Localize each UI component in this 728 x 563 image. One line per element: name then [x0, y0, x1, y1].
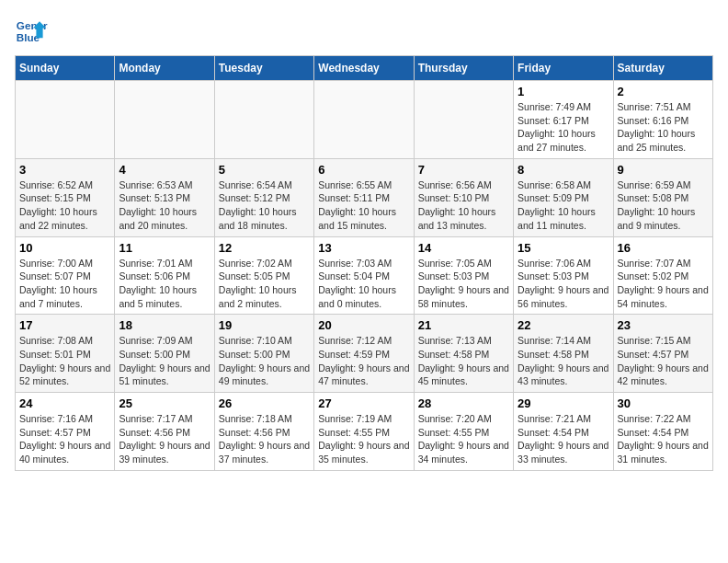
day-number: 22 [518, 318, 609, 332]
calendar-cell: 26Sunrise: 7:18 AM Sunset: 4:56 PM Dayli… [214, 393, 313, 471]
day-info: Sunrise: 7:15 AM Sunset: 4:57 PM Dayligh… [618, 334, 709, 388]
day-number: 8 [518, 163, 609, 177]
calendar-cell: 20Sunrise: 7:12 AM Sunset: 4:59 PM Dayli… [314, 315, 414, 393]
day-number: 17 [19, 318, 110, 332]
day-number: 23 [618, 318, 709, 332]
calendar-cell: 13Sunrise: 7:03 AM Sunset: 5:04 PM Dayli… [314, 236, 414, 315]
day-number: 2 [618, 85, 709, 98]
calendar-cell [414, 81, 513, 159]
day-number: 11 [119, 241, 210, 255]
header: General Blue [15, 15, 713, 48]
day-number: 21 [418, 318, 509, 332]
day-info: Sunrise: 7:51 AM Sunset: 6:16 PM Dayligh… [618, 100, 709, 155]
calendar-cell: 25Sunrise: 7:17 AM Sunset: 4:56 PM Dayli… [115, 393, 214, 471]
day-number: 4 [119, 163, 210, 177]
day-info: Sunrise: 7:18 AM Sunset: 4:56 PM Dayligh… [219, 412, 310, 466]
calendar-cell: 8Sunrise: 6:58 AM Sunset: 5:09 PM Daylig… [514, 158, 613, 236]
day-number: 25 [119, 396, 210, 410]
calendar-cell: 9Sunrise: 6:59 AM Sunset: 5:08 PM Daylig… [613, 158, 712, 236]
day-info: Sunrise: 7:01 AM Sunset: 5:06 PM Dayligh… [119, 257, 210, 311]
calendar-cell [214, 81, 313, 159]
calendar-cell: 30Sunrise: 7:22 AM Sunset: 4:54 PM Dayli… [613, 393, 712, 471]
calendar-cell: 1Sunrise: 7:49 AM Sunset: 6:17 PM Daylig… [514, 81, 613, 159]
day-info: Sunrise: 7:19 AM Sunset: 4:55 PM Dayligh… [318, 412, 409, 466]
day-info: Sunrise: 6:59 AM Sunset: 5:08 PM Dayligh… [618, 178, 709, 233]
calendar-week-4: 17Sunrise: 7:08 AM Sunset: 5:01 PM Dayli… [16, 315, 713, 393]
day-info: Sunrise: 7:16 AM Sunset: 4:57 PM Dayligh… [19, 412, 110, 466]
calendar-week-2: 3Sunrise: 6:52 AM Sunset: 5:15 PM Daylig… [16, 158, 713, 236]
calendar-header-tuesday: Tuesday [214, 56, 313, 81]
calendar: SundayMondayTuesdayWednesdayThursdayFrid… [15, 55, 713, 471]
day-info: Sunrise: 7:17 AM Sunset: 4:56 PM Dayligh… [119, 412, 210, 466]
calendar-cell: 17Sunrise: 7:08 AM Sunset: 5:01 PM Dayli… [16, 315, 115, 393]
calendar-cell: 22Sunrise: 7:14 AM Sunset: 4:58 PM Dayli… [514, 315, 613, 393]
calendar-cell: 6Sunrise: 6:55 AM Sunset: 5:11 PM Daylig… [314, 158, 414, 236]
calendar-cell: 27Sunrise: 7:19 AM Sunset: 4:55 PM Dayli… [314, 393, 414, 471]
day-number: 13 [318, 241, 409, 255]
calendar-cell: 21Sunrise: 7:13 AM Sunset: 4:58 PM Dayli… [414, 315, 513, 393]
day-number: 14 [418, 241, 509, 255]
calendar-header-monday: Monday [115, 56, 214, 81]
day-number: 19 [219, 318, 310, 332]
day-number: 5 [219, 163, 310, 177]
calendar-cell: 2Sunrise: 7:51 AM Sunset: 6:16 PM Daylig… [613, 81, 712, 159]
day-info: Sunrise: 7:03 AM Sunset: 5:04 PM Dayligh… [318, 257, 409, 311]
day-info: Sunrise: 7:12 AM Sunset: 4:59 PM Dayligh… [318, 334, 409, 388]
calendar-cell: 7Sunrise: 6:56 AM Sunset: 5:10 PM Daylig… [414, 158, 513, 236]
day-info: Sunrise: 7:00 AM Sunset: 5:07 PM Dayligh… [19, 257, 110, 311]
day-number: 16 [618, 241, 709, 255]
day-info: Sunrise: 7:20 AM Sunset: 4:55 PM Dayligh… [418, 412, 509, 466]
day-info: Sunrise: 7:22 AM Sunset: 4:54 PM Dayligh… [618, 412, 709, 466]
calendar-cell: 5Sunrise: 6:54 AM Sunset: 5:12 PM Daylig… [214, 158, 313, 236]
calendar-week-3: 10Sunrise: 7:00 AM Sunset: 5:07 PM Dayli… [16, 236, 713, 315]
calendar-cell [314, 81, 414, 159]
day-number: 18 [119, 318, 210, 332]
logo-icon: General Blue [15, 15, 48, 48]
day-number: 10 [19, 241, 110, 255]
logo: General Blue [15, 15, 48, 48]
calendar-cell [16, 81, 115, 159]
day-info: Sunrise: 7:05 AM Sunset: 5:03 PM Dayligh… [418, 257, 509, 311]
day-number: 3 [19, 163, 110, 177]
calendar-week-1: 1Sunrise: 7:49 AM Sunset: 6:17 PM Daylig… [16, 81, 713, 159]
calendar-cell: 16Sunrise: 7:07 AM Sunset: 5:02 PM Dayli… [613, 236, 712, 315]
calendar-cell: 15Sunrise: 7:06 AM Sunset: 5:03 PM Dayli… [514, 236, 613, 315]
day-number: 20 [318, 318, 409, 332]
day-info: Sunrise: 7:21 AM Sunset: 4:54 PM Dayligh… [518, 412, 609, 466]
day-info: Sunrise: 7:49 AM Sunset: 6:17 PM Dayligh… [518, 100, 609, 155]
day-info: Sunrise: 7:07 AM Sunset: 5:02 PM Dayligh… [618, 257, 709, 311]
calendar-cell: 28Sunrise: 7:20 AM Sunset: 4:55 PM Dayli… [414, 393, 513, 471]
day-info: Sunrise: 7:13 AM Sunset: 4:58 PM Dayligh… [418, 334, 509, 388]
calendar-header-saturday: Saturday [613, 56, 712, 81]
day-info: Sunrise: 7:06 AM Sunset: 5:03 PM Dayligh… [518, 257, 609, 311]
day-number: 6 [318, 163, 409, 177]
calendar-cell: 11Sunrise: 7:01 AM Sunset: 5:06 PM Dayli… [115, 236, 214, 315]
calendar-cell: 4Sunrise: 6:53 AM Sunset: 5:13 PM Daylig… [115, 158, 214, 236]
day-info: Sunrise: 7:10 AM Sunset: 5:00 PM Dayligh… [219, 334, 310, 388]
calendar-header-sunday: Sunday [16, 56, 115, 81]
day-number: 30 [618, 396, 709, 410]
calendar-cell: 19Sunrise: 7:10 AM Sunset: 5:00 PM Dayli… [214, 315, 313, 393]
day-info: Sunrise: 6:52 AM Sunset: 5:15 PM Dayligh… [19, 178, 110, 233]
calendar-cell: 10Sunrise: 7:00 AM Sunset: 5:07 PM Dayli… [16, 236, 115, 315]
calendar-cell: 24Sunrise: 7:16 AM Sunset: 4:57 PM Dayli… [16, 393, 115, 471]
day-number: 12 [219, 241, 310, 255]
day-number: 7 [418, 163, 509, 177]
day-info: Sunrise: 7:08 AM Sunset: 5:01 PM Dayligh… [19, 334, 110, 388]
calendar-header-wednesday: Wednesday [314, 56, 414, 81]
calendar-cell: 14Sunrise: 7:05 AM Sunset: 5:03 PM Dayli… [414, 236, 513, 315]
calendar-cell: 18Sunrise: 7:09 AM Sunset: 5:00 PM Dayli… [115, 315, 214, 393]
day-number: 24 [19, 396, 110, 410]
day-info: Sunrise: 6:53 AM Sunset: 5:13 PM Dayligh… [119, 178, 210, 233]
calendar-header-friday: Friday [514, 56, 613, 81]
calendar-header-thursday: Thursday [414, 56, 513, 81]
calendar-cell: 3Sunrise: 6:52 AM Sunset: 5:15 PM Daylig… [16, 158, 115, 236]
day-info: Sunrise: 6:58 AM Sunset: 5:09 PM Dayligh… [518, 178, 609, 233]
day-info: Sunrise: 7:02 AM Sunset: 5:05 PM Dayligh… [219, 257, 310, 311]
calendar-cell: 29Sunrise: 7:21 AM Sunset: 4:54 PM Dayli… [514, 393, 613, 471]
calendar-header-row: SundayMondayTuesdayWednesdayThursdayFrid… [16, 56, 713, 81]
day-info: Sunrise: 7:09 AM Sunset: 5:00 PM Dayligh… [119, 334, 210, 388]
calendar-cell: 12Sunrise: 7:02 AM Sunset: 5:05 PM Dayli… [214, 236, 313, 315]
day-number: 26 [219, 396, 310, 410]
day-number: 27 [318, 396, 409, 410]
